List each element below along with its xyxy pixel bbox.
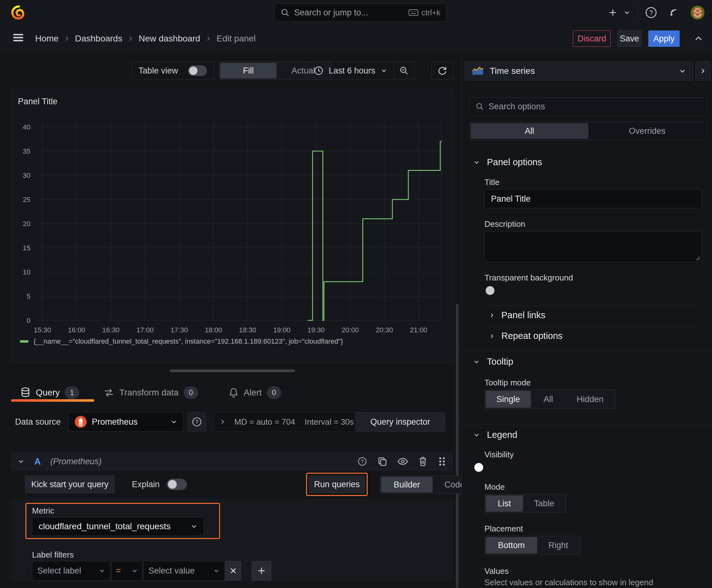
- panel-options-section-header[interactable]: Panel options: [473, 157, 542, 167]
- vertical-scrollbar[interactable]: [456, 304, 459, 588]
- remove-filter-button[interactable]: [225, 561, 241, 581]
- legend-mode-table[interactable]: Table: [523, 495, 565, 512]
- add-new-button[interactable]: [605, 7, 619, 18]
- apply-button[interactable]: Apply: [648, 30, 679, 47]
- grafana-edit-panel-page: Search or jump to... ctrl+k: [0, 0, 712, 588]
- chart-legend[interactable]: {__name__="cloudflared_tunnel_total_requ…: [20, 337, 343, 345]
- repeat-options-section-header[interactable]: Repeat options: [490, 331, 563, 341]
- datasource-help-button[interactable]: ?: [188, 412, 206, 432]
- svg-text:20: 20: [23, 220, 30, 228]
- legend-placement-label: Placement: [484, 524, 523, 534]
- legend-placement-bottom[interactable]: Bottom: [486, 537, 537, 553]
- run-queries-button[interactable]: Run queries: [309, 476, 365, 493]
- tooltip-mode-single[interactable]: Single: [486, 391, 531, 408]
- select-label-placeholder: Select label: [37, 566, 99, 576]
- add-filter-button[interactable]: [252, 561, 271, 581]
- panel-title: Panel Title: [18, 97, 58, 106]
- tooltip-mode-hidden[interactable]: Hidden: [566, 391, 614, 408]
- topbar-divider: [637, 6, 638, 19]
- chevron-down-icon: [132, 569, 138, 573]
- chevron-down-icon: [170, 419, 177, 424]
- options-search-input[interactable]: Search options: [469, 97, 707, 115]
- tooltip-section-header[interactable]: Tooltip: [473, 357, 513, 367]
- refresh-button[interactable]: [431, 62, 453, 80]
- explain-label: Explain: [132, 480, 160, 489]
- svg-text:?: ?: [649, 9, 653, 16]
- datasource-picker[interactable]: Prometheus: [68, 412, 184, 432]
- panel-title-input[interactable]: [484, 189, 702, 208]
- query-refid[interactable]: A: [34, 456, 41, 467]
- tab-all[interactable]: All: [471, 123, 588, 139]
- legend-placement-right[interactable]: Right: [537, 537, 580, 553]
- label-filter-row: Select label = Select value: [32, 561, 271, 581]
- svg-text:15:30: 15:30: [34, 326, 51, 334]
- breadcrumb-home[interactable]: Home: [35, 34, 59, 44]
- add-new-chevron-icon[interactable]: [624, 10, 630, 15]
- tab-transform-count: 0: [184, 386, 198, 399]
- query-a-header[interactable]: A (Prometheus) ?: [11, 452, 453, 471]
- legend-mode-label: Mode: [484, 482, 505, 492]
- tab-alert[interactable]: Alert 0: [229, 383, 281, 402]
- chevron-right-icon: [206, 35, 211, 42]
- all-overrides-tabs: All Overrides: [469, 122, 707, 140]
- zoom-out-button[interactable]: [394, 62, 414, 80]
- tab-alert-count: 0: [267, 386, 281, 399]
- collapse-query-chevron-icon[interactable]: [17, 459, 25, 464]
- collapse-chevron-up-icon[interactable]: [694, 35, 703, 42]
- expand-options-icon[interactable]: [220, 418, 225, 426]
- query-help-icon[interactable]: ?: [357, 456, 368, 467]
- discard-button[interactable]: Discard: [573, 30, 610, 47]
- legend-mode-list[interactable]: List: [486, 495, 523, 512]
- explain-toggle[interactable]: [167, 479, 187, 490]
- max-datapoints-text: MD = auto = 704: [235, 417, 296, 427]
- collapse-sidebar-button[interactable]: [695, 61, 710, 81]
- time-range-picker[interactable]: Last 6 hours: [307, 62, 394, 80]
- tab-transform[interactable]: Transform data 0: [104, 383, 198, 402]
- tab-query-count: 1: [65, 386, 79, 399]
- query-options-header[interactable]: MD = auto = 704 Interval = 30s: [213, 412, 361, 432]
- kick-start-query-button[interactable]: Kick start your query: [25, 476, 114, 493]
- drag-handle-icon[interactable]: [437, 456, 447, 467]
- legend-values-label: Values: [484, 566, 509, 576]
- section-divider: [484, 305, 702, 306]
- time-range-group: Last 6 hours: [307, 62, 414, 80]
- panel-resize-handle[interactable]: [170, 370, 295, 372]
- breadcrumb-dashboards[interactable]: Dashboards: [75, 34, 123, 44]
- visualization-picker[interactable]: Time series: [465, 61, 693, 81]
- metric-select[interactable]: cloudflared_tunnel_total_requests: [32, 517, 204, 536]
- news-rss-icon[interactable]: [667, 6, 680, 19]
- hamburger-menu-icon[interactable]: [12, 33, 24, 43]
- breadcrumb-bar: Home Dashboards New dashboard Edit panel…: [0, 25, 712, 52]
- user-avatar[interactable]: [690, 5, 705, 20]
- panel-options-sidebar: Time series Search options All Overrides…: [461, 52, 712, 588]
- hide-query-eye-icon[interactable]: [397, 456, 408, 467]
- help-icon[interactable]: ?: [645, 6, 658, 19]
- operator-dropdown[interactable]: =: [111, 561, 143, 581]
- title-label: Title: [484, 177, 499, 187]
- panel-links-section-header[interactable]: Panel links: [490, 310, 545, 320]
- builder-option[interactable]: Builder: [381, 477, 433, 492]
- select-label-dropdown[interactable]: Select label: [32, 561, 110, 581]
- table-view-toggle[interactable]: [188, 65, 207, 76]
- legend-section-header[interactable]: Legend: [473, 430, 517, 440]
- query-inspector-button[interactable]: Query inspector: [355, 412, 445, 432]
- description-textarea[interactable]: [484, 231, 702, 262]
- breadcrumb-new-dashboard[interactable]: New dashboard: [139, 34, 200, 44]
- duplicate-query-icon[interactable]: [377, 456, 388, 467]
- fill-option[interactable]: Fill: [220, 63, 277, 79]
- select-value-dropdown[interactable]: Select value: [143, 561, 225, 581]
- search-icon: [280, 8, 290, 17]
- global-search-input[interactable]: Search or jump to... ctrl+k: [274, 3, 447, 22]
- delete-query-trash-icon[interactable]: [418, 456, 428, 467]
- datasource-label: Data source: [15, 417, 61, 427]
- grafana-logo-icon[interactable]: [11, 4, 26, 21]
- breadcrumb-edit-panel: Edit panel: [217, 34, 256, 44]
- database-icon: [20, 387, 31, 398]
- svg-text:19:30: 19:30: [307, 326, 325, 334]
- tab-overrides[interactable]: Overrides: [588, 123, 706, 139]
- save-button[interactable]: Save: [618, 30, 641, 47]
- chevron-down-icon: [381, 68, 387, 73]
- time-series-panel[interactable]: Panel Title 051015202530354015:3016:0016…: [12, 89, 453, 363]
- tooltip-mode-all[interactable]: All: [531, 391, 566, 408]
- svg-text:0: 0: [27, 317, 30, 324]
